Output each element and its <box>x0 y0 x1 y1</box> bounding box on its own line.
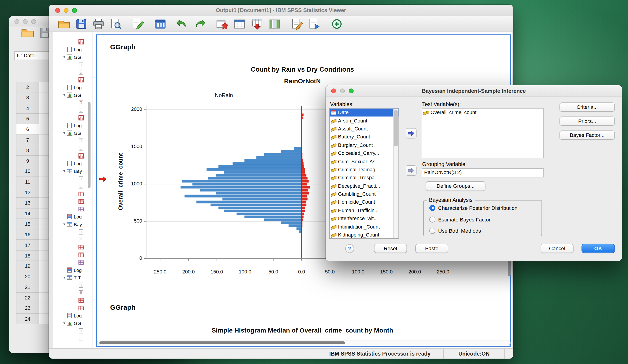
variable-item[interactable]: Human_Trafficin... <box>329 206 398 215</box>
row-header[interactable]: 9 <box>16 156 39 166</box>
variable-item[interactable]: Colcealed_Carry... <box>329 149 398 158</box>
radio-button[interactable] <box>429 217 435 222</box>
help-button[interactable]: ? <box>345 244 354 253</box>
row-header[interactable]: 22 <box>16 292 39 303</box>
variables-list[interactable]: DateArson_CountAssult_CountBattery_Count… <box>329 108 399 239</box>
move-to-grouping-button[interactable] <box>406 165 416 176</box>
row-header[interactable]: 15 <box>16 219 39 229</box>
designate-window-button[interactable] <box>330 17 344 30</box>
row-header[interactable]: 7 <box>16 135 39 145</box>
close-button[interactable] <box>331 88 336 93</box>
close-button[interactable] <box>14 19 19 24</box>
variable-item[interactable]: Homicide_Count <box>329 198 398 206</box>
variable-item[interactable]: Gambling_Count <box>329 190 398 198</box>
outline-item[interactable] <box>53 243 92 251</box>
outline-item[interactable] <box>53 236 92 243</box>
list-scrollbar[interactable] <box>393 109 398 238</box>
outline-item-log[interactable]: Log <box>53 122 92 129</box>
radio-button[interactable] <box>429 205 435 211</box>
outline-item[interactable] <box>53 289 92 296</box>
expander-icon[interactable]: ▼ <box>62 321 67 325</box>
scrollbar-thumb[interactable] <box>88 102 90 188</box>
undo-button[interactable] <box>175 17 189 30</box>
radio-option-use-both-methods[interactable]: Use Both Methods <box>429 226 481 234</box>
variable-item[interactable]: Interference_wit... <box>329 215 398 223</box>
row-header[interactable]: 11 <box>16 177 39 187</box>
outline-item[interactable] <box>53 259 92 266</box>
variable-item[interactable]: Deceptive_Practi... <box>329 182 398 190</box>
expander-icon[interactable]: ▼ <box>62 222 67 226</box>
scrollbar-thumb[interactable] <box>394 110 398 146</box>
outline-item-log[interactable]: Log <box>53 46 92 53</box>
outline-item[interactable]: T <box>53 137 92 144</box>
row-header[interactable]: 12 <box>16 187 39 198</box>
row-header[interactable]: 16 <box>16 229 39 240</box>
goto-variable-button[interactable] <box>233 17 246 30</box>
outline-item[interactable]: T <box>53 327 92 335</box>
outline-item[interactable] <box>53 76 92 83</box>
variable-item[interactable]: Intimidation_Count <box>329 223 398 231</box>
open-button[interactable] <box>20 26 35 39</box>
row-header[interactable]: 13 <box>16 198 39 209</box>
outline-item-gg[interactable]: ▼GG <box>53 53 92 61</box>
outline-item[interactable]: T <box>53 175 92 182</box>
insert-heading-button[interactable] <box>290 17 304 30</box>
recall-dialogs-button[interactable] <box>153 17 167 30</box>
print-preview-button[interactable] <box>109 17 123 30</box>
scrollbar-thumb[interactable] <box>99 341 345 344</box>
outline-item[interactable] <box>53 106 92 114</box>
outline-item-log[interactable]: Log <box>53 312 92 319</box>
horizontal-scrollbar[interactable] <box>97 341 511 345</box>
outline-item[interactable]: T <box>53 61 92 69</box>
dialog-titlebar[interactable]: Bayesian Independent-Sample Inference <box>326 85 622 97</box>
outline-item-log[interactable]: Log <box>53 160 92 167</box>
expander-icon[interactable]: ▼ <box>62 276 67 279</box>
outline-item[interactable] <box>53 38 92 46</box>
row-header[interactable]: 19 <box>16 261 39 271</box>
open-button[interactable] <box>57 17 71 30</box>
cancel-button[interactable]: Cancel <box>541 244 573 253</box>
outline-item-gg[interactable]: ▼GG <box>53 319 92 327</box>
outline-item[interactable] <box>53 145 92 152</box>
outline-item[interactable] <box>53 304 92 312</box>
export-button[interactable] <box>131 17 145 30</box>
goto-case-button[interactable] <box>215 17 229 30</box>
outline-item-gg[interactable]: ▼GG <box>53 129 92 137</box>
redo-button[interactable] <box>193 17 206 30</box>
radio-button[interactable] <box>429 228 435 233</box>
outline-item[interactable] <box>53 69 92 76</box>
variable-item[interactable]: Date <box>329 109 398 117</box>
row-header[interactable]: 24 <box>16 314 39 324</box>
outline-scrollbar[interactable] <box>87 32 91 348</box>
priors-button[interactable]: Priors... <box>559 117 615 126</box>
radio-option-estimate-bayes-factor[interactable]: Estimate Bayes Factor <box>429 215 490 223</box>
expander-icon[interactable]: ▼ <box>62 131 67 135</box>
outline-item-log[interactable]: Log <box>53 266 92 274</box>
minimize-button[interactable] <box>23 19 28 24</box>
variable-item[interactable]: Kidnapping_Count <box>329 231 398 239</box>
ok-button[interactable]: OK <box>581 244 615 253</box>
row-header[interactable]: 17 <box>16 240 39 250</box>
variable-item[interactable]: Battery_Count <box>329 133 398 141</box>
row-header[interactable]: 20 <box>16 272 39 282</box>
variable-item[interactable]: Criminal_Damag... <box>329 166 398 174</box>
outline-item[interactable] <box>53 182 92 190</box>
row-header[interactable]: 3 <box>16 93 39 103</box>
outline-item-bay[interactable]: ▼Bay <box>53 220 92 228</box>
use-variable-sets-button[interactable] <box>250 17 264 30</box>
outline-item[interactable] <box>53 205 92 213</box>
reset-button[interactable]: Reset <box>374 244 407 253</box>
outline-item[interactable] <box>53 198 92 205</box>
outline-item[interactable]: T <box>53 99 92 106</box>
move-to-test-button[interactable] <box>406 128 416 139</box>
outline-item[interactable]: T <box>53 228 92 236</box>
outline-item-tt[interactable]: ▼T-T <box>53 274 92 281</box>
expander-icon[interactable]: ▼ <box>62 169 67 173</box>
zoom-button[interactable] <box>31 19 36 24</box>
grouping-variable-field[interactable]: RainOrNotN(3 2) <box>422 168 544 177</box>
define-groups-button[interactable]: Define Groups... <box>426 181 486 191</box>
variable-item[interactable]: Assult_Count <box>329 125 398 133</box>
row-header[interactable]: 21 <box>16 282 39 292</box>
test-variables-list[interactable]: Overall_crime_count <box>422 108 544 158</box>
variable-item[interactable]: Criminal_Trespa... <box>329 174 398 182</box>
